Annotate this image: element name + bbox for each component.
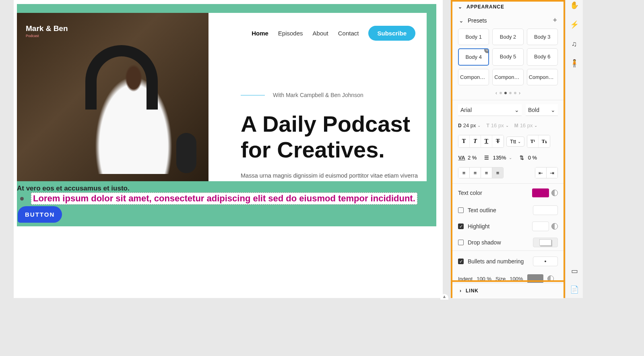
- headline[interactable]: A Daily Podcast for Creatives.: [241, 111, 410, 163]
- chevron-right-icon: ›: [460, 288, 462, 294]
- drop-shadow-row: Drop shadow: [452, 234, 564, 250]
- nav-contact[interactable]: Contact: [338, 30, 359, 37]
- subscript-button[interactable]: T₁: [539, 135, 550, 147]
- text-case-select[interactable]: Ttt ⌄: [506, 137, 524, 147]
- underline-button[interactable]: T: [481, 135, 492, 147]
- nav-about[interactable]: About: [313, 30, 328, 37]
- cta-button[interactable]: BUTTON: [18, 206, 62, 223]
- presets-pager: ‹ ›: [452, 88, 564, 100]
- chevron-down-icon: ⌄: [551, 107, 555, 113]
- presets-header[interactable]: ⌄ Presets +: [452, 12, 564, 26]
- preset-component-1[interactable]: Component 1: [458, 69, 489, 85]
- preset-body-1[interactable]: Body 1: [458, 29, 489, 45]
- layout-icon[interactable]: ▭: [570, 267, 579, 275]
- letter-spacing[interactable]: VA 2 %: [458, 154, 477, 161]
- accessibility-icon[interactable]: 🧍: [570, 59, 579, 68]
- shadow-swatch[interactable]: [533, 238, 558, 247]
- nav-episodes[interactable]: Episodes: [278, 30, 303, 37]
- page-icon[interactable]: 📄: [570, 285, 579, 294]
- globe-icon[interactable]: [551, 223, 558, 230]
- sync-icon: ⟳: [484, 48, 489, 53]
- link-section-header[interactable]: › LINK: [452, 283, 564, 298]
- tagline-line-icon: [241, 95, 265, 95]
- tagline: With Mark Campbell & Ben Johnson: [241, 92, 363, 98]
- nav-home[interactable]: Home: [252, 30, 268, 37]
- preset-body-6[interactable]: Body 6: [527, 48, 558, 66]
- highlight-checkbox[interactable]: ✓: [458, 224, 464, 229]
- bullet-icon: [20, 197, 24, 201]
- globe-icon[interactable]: [551, 190, 558, 196]
- align-left-button[interactable]: ≡: [458, 167, 469, 178]
- paragraph-spacing[interactable]: ⇅ 0 %: [518, 154, 537, 161]
- preset-body-5[interactable]: Body 5: [492, 48, 523, 66]
- pager-next-icon[interactable]: ›: [519, 90, 520, 96]
- align-right-button[interactable]: ≡: [481, 167, 492, 178]
- letter-spacing-icon: VA: [458, 154, 465, 161]
- bullets-checkbox[interactable]: ✓: [458, 259, 464, 264]
- subscribe-button[interactable]: Subscribe: [368, 26, 415, 41]
- highlight-swatch[interactable]: [532, 221, 549, 231]
- font-family-select[interactable]: Arial ⌄: [458, 104, 522, 116]
- chevron-down-icon: ⌄: [458, 4, 462, 10]
- italic-button[interactable]: T: [470, 135, 481, 147]
- superscript-group: T¹ T₁: [527, 135, 550, 148]
- line-height-icon: ☰: [483, 154, 490, 161]
- outdent-button[interactable]: ⇤: [535, 167, 546, 178]
- appearance-panel: ⌄ APPEARANCE ⌄ Presets + Body 1 Body 2 B…: [451, 0, 565, 298]
- flash-icon[interactable]: ⚡: [570, 20, 579, 29]
- preset-body-3[interactable]: Body 3: [527, 29, 558, 45]
- text-outline-row: Text outline: [452, 202, 564, 218]
- bold-button[interactable]: T: [458, 135, 470, 147]
- pager-dot[interactable]: [504, 92, 507, 94]
- hand-icon[interactable]: ✋: [570, 1, 579, 10]
- bullet-style-select[interactable]: •: [533, 257, 558, 266]
- highlight-row: ✓ Highlight: [452, 218, 564, 234]
- hero-subtext[interactable]: Massa urna magnis dignissim id euismod p…: [241, 172, 418, 179]
- chevron-down-icon: ⌄: [477, 123, 481, 128]
- align-center-button[interactable]: ≡: [469, 167, 481, 178]
- selected-text[interactable]: Lorem ipsum dolor sit amet, consectetur …: [31, 192, 417, 205]
- chevron-down-icon: ⌄: [514, 107, 519, 113]
- chevron-down-icon: ⌄: [534, 123, 537, 128]
- superscript-button[interactable]: T¹: [527, 135, 539, 147]
- tablet-size[interactable]: T16 px⌄: [486, 122, 508, 128]
- indent-group: ⇤ ⇥: [535, 167, 558, 178]
- music-icon[interactable]: ♫: [570, 39, 579, 48]
- pager-dot[interactable]: [514, 92, 516, 94]
- strikethrough-button[interactable]: T: [492, 135, 504, 147]
- chevron-down-icon: ⌄: [506, 123, 509, 128]
- paragraph-spacing-icon: ⇅: [518, 154, 526, 161]
- selected-text-row[interactable]: Lorem ipsum dolor sit amet, consectetur …: [20, 192, 417, 205]
- canvas-area: Mark & Ben Podcast Home Episodes About C…: [0, 0, 451, 356]
- desktop-size[interactable]: D24 px⌄: [458, 122, 481, 128]
- preset-body-4[interactable]: Body 4 ⟳: [458, 48, 489, 66]
- preset-component-3[interactable]: Componen...: [527, 69, 558, 85]
- shadow-checkbox[interactable]: [458, 240, 464, 245]
- pager-prev-icon[interactable]: ‹: [495, 90, 497, 96]
- text-align-group: ≡ ≡ ≡ ≡: [458, 167, 504, 178]
- line-height[interactable]: ☰ 135% ⌄: [483, 154, 512, 161]
- outline-swatch[interactable]: [533, 205, 558, 215]
- align-justify-button[interactable]: ≡: [492, 167, 503, 178]
- body-text-1[interactable]: At vero eos et accusamus et iusto.: [17, 184, 130, 192]
- pager-dot[interactable]: [500, 92, 502, 94]
- appearance-header[interactable]: ⌄ APPEARANCE: [452, 2, 564, 12]
- hero-content: Mark & Ben Podcast Home Episodes About C…: [17, 13, 427, 181]
- preset-component-2[interactable]: Componen...: [492, 69, 523, 85]
- preset-body-2[interactable]: Body 2: [492, 29, 523, 45]
- add-preset-button[interactable]: +: [553, 16, 557, 25]
- indent-button[interactable]: ⇥: [546, 167, 557, 178]
- text-style-group: T T T T: [458, 135, 504, 148]
- scroll-up-icon[interactable]: ▲: [440, 294, 448, 300]
- hero-section[interactable]: Mark & Ben Podcast Home Episodes About C…: [17, 4, 436, 226]
- right-toolbar: ✋ ⚡ ♫ 🧍 ▭ 📄: [565, 0, 583, 298]
- pager-dot[interactable]: [509, 92, 512, 94]
- outline-checkbox[interactable]: [458, 207, 464, 213]
- page[interactable]: Mark & Ben Podcast Home Episodes About C…: [14, 0, 443, 298]
- font-weight-select[interactable]: Bold ⌄: [526, 104, 558, 116]
- mobile-size[interactable]: M16 px⌄: [514, 122, 538, 128]
- chevron-down-icon: ⌄: [518, 139, 521, 144]
- text-color-swatch[interactable]: [532, 188, 549, 197]
- presets-grid: Body 1 Body 2 Body 3 Body 4 ⟳ Body 5 Bod…: [452, 26, 564, 88]
- nav-bar: Home Episodes About Contact Subscribe: [252, 26, 415, 41]
